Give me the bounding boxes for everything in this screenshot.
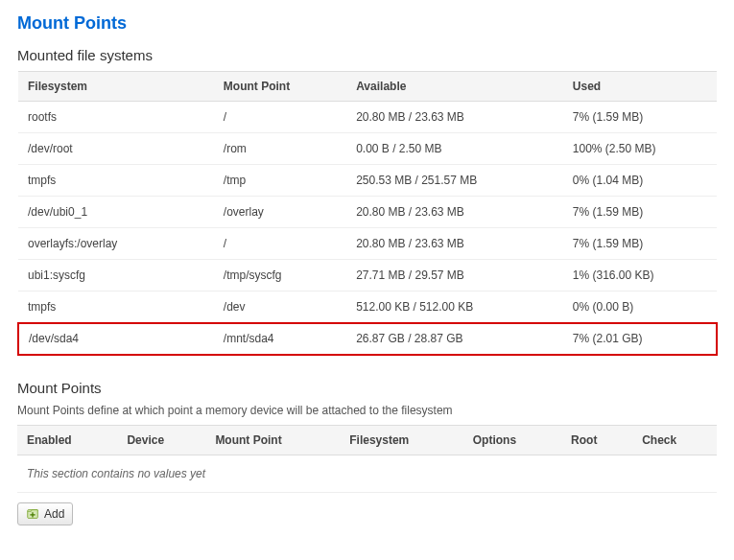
col-used: Used — [563, 72, 717, 102]
col-filesystem: Filesystem — [340, 426, 463, 455]
cell-mp: / — [214, 228, 346, 260]
mount-points-table: Enabled Device Mount Point Filesystem Op… — [17, 425, 717, 493]
cell-fs: ubi1:syscfg — [18, 260, 214, 292]
cell-fs: /dev/ubi0_1 — [18, 197, 214, 228]
cell-mp: /tmp/syscfg — [214, 260, 346, 292]
cell-avail: 0.00 B / 2.50 MB — [346, 133, 563, 165]
col-mountpoint: Mount Point — [214, 72, 346, 102]
col-options: Options — [463, 426, 561, 455]
mount-points-section-desc: Mount Points define at which point a mem… — [17, 404, 717, 417]
col-available: Available — [346, 72, 563, 102]
col-device: Device — [117, 426, 205, 455]
col-filesystem: Filesystem — [18, 72, 214, 102]
table-row: tmpfs /tmp 250.53 MB / 251.57 MB 0% (1.0… — [18, 165, 717, 197]
mounted-filesystems-table: Filesystem Mount Point Available Used ro… — [17, 71, 717, 355]
cell-used: 7% (1.59 MB) — [563, 197, 717, 228]
cell-used: 7% (1.59 MB) — [563, 228, 717, 260]
cell-mp: / — [214, 102, 346, 133]
cell-used: 7% (1.59 MB) — [563, 102, 717, 133]
cell-mp: /dev — [214, 292, 346, 323]
table-row-highlighted: /dev/sda4 /mnt/sda4 26.87 GB / 28.87 GB … — [18, 323, 717, 355]
cell-fs: overlayfs:/overlay — [18, 228, 214, 260]
add-icon — [26, 507, 39, 521]
page-title: Mount Points — [17, 13, 717, 34]
cell-fs: rootfs — [18, 102, 214, 133]
col-enabled: Enabled — [17, 426, 117, 455]
empty-row: This section contains no values yet — [17, 455, 717, 493]
cell-avail: 27.71 MB / 29.57 MB — [346, 260, 563, 292]
cell-used: 0% (1.04 MB) — [563, 165, 717, 197]
mounted-section-title: Mounted file systems — [17, 47, 717, 63]
cell-avail: 512.00 KB / 512.00 KB — [346, 292, 563, 323]
table-row: ubi1:syscfg /tmp/syscfg 27.71 MB / 29.57… — [18, 260, 717, 292]
add-button[interactable]: Add — [17, 502, 73, 525]
col-check: Check — [632, 426, 717, 455]
table-row: /dev/root /rom 0.00 B / 2.50 MB 100% (2.… — [18, 133, 717, 165]
table-row: rootfs / 20.80 MB / 23.63 MB 7% (1.59 MB… — [18, 102, 717, 133]
cell-used: 100% (2.50 MB) — [563, 133, 717, 165]
table-row: tmpfs /dev 512.00 KB / 512.00 KB 0% (0.0… — [18, 292, 717, 323]
add-button-label: Add — [44, 507, 64, 521]
cell-avail: 250.53 MB / 251.57 MB — [346, 165, 563, 197]
cell-mp: /overlay — [214, 197, 346, 228]
mount-points-section-title: Mount Points — [17, 380, 717, 396]
cell-fs: /dev/root — [18, 133, 214, 165]
cell-used: 1% (316.00 KB) — [563, 260, 717, 292]
cell-mp: /mnt/sda4 — [214, 323, 346, 355]
cell-fs: tmpfs — [18, 165, 214, 197]
col-root: Root — [561, 426, 632, 455]
cell-mp: /tmp — [214, 165, 346, 197]
cell-avail: 20.80 MB / 23.63 MB — [346, 102, 563, 133]
cell-avail: 20.80 MB / 23.63 MB — [346, 197, 563, 228]
cell-avail: 26.87 GB / 28.87 GB — [346, 323, 563, 355]
table-row: overlayfs:/overlay / 20.80 MB / 23.63 MB… — [18, 228, 717, 260]
cell-used: 7% (2.01 GB) — [563, 323, 717, 355]
cell-mp: /rom — [214, 133, 346, 165]
cell-fs: /dev/sda4 — [18, 323, 214, 355]
table-row: /dev/ubi0_1 /overlay 20.80 MB / 23.63 MB… — [18, 197, 717, 228]
empty-message: This section contains no values yet — [17, 455, 717, 493]
col-mountpoint: Mount Point — [205, 426, 340, 455]
cell-used: 0% (0.00 B) — [563, 292, 717, 323]
cell-avail: 20.80 MB / 23.63 MB — [346, 228, 563, 260]
cell-fs: tmpfs — [18, 292, 214, 323]
